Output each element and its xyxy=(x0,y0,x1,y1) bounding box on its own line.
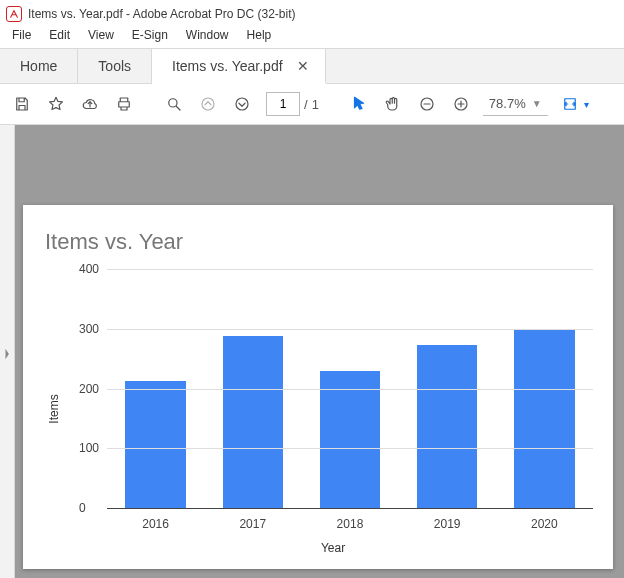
x-tick-label: 2019 xyxy=(434,517,461,531)
page-down-icon[interactable] xyxy=(226,88,258,120)
y-tick-label: 100 xyxy=(79,441,99,455)
y-tick-label: 400 xyxy=(79,262,99,276)
page-canvas[interactable]: Items vs. Year Items 0100200300400 20162… xyxy=(15,125,624,578)
menu-help[interactable]: Help xyxy=(239,26,280,44)
svg-point-2 xyxy=(236,98,248,110)
save-icon[interactable] xyxy=(6,88,38,120)
x-tick-label: 2018 xyxy=(337,517,364,531)
tab-document-label: Items vs. Year.pdf xyxy=(172,58,283,74)
bar xyxy=(223,336,283,508)
page-indicator: / 1 xyxy=(266,92,319,116)
hand-icon[interactable] xyxy=(377,88,409,120)
y-tick-label: 200 xyxy=(79,382,99,396)
bar xyxy=(320,371,380,508)
plot-area: 0100200300400 xyxy=(107,269,593,509)
svg-point-1 xyxy=(202,98,214,110)
cloud-upload-icon[interactable] xyxy=(74,88,106,120)
page-current-input[interactable] xyxy=(266,92,300,116)
gridline xyxy=(107,448,593,449)
page-sep: / xyxy=(304,97,308,112)
chart-title: Items vs. Year xyxy=(45,229,603,255)
bar xyxy=(514,329,574,508)
menu-view[interactable]: View xyxy=(80,26,122,44)
x-tick-label: 2020 xyxy=(531,517,558,531)
x-tick-label: 2016 xyxy=(142,517,169,531)
search-icon[interactable] xyxy=(158,88,190,120)
menu-file[interactable]: File xyxy=(4,26,39,44)
side-panel-toggle[interactable] xyxy=(0,125,15,578)
tab-tools-label: Tools xyxy=(98,58,131,74)
chart: Items 0100200300400 20162017201820192020… xyxy=(73,269,593,549)
bar xyxy=(125,381,185,508)
page-total: 1 xyxy=(312,97,319,112)
x-tick-labels: 20162017201820192020 xyxy=(107,517,593,531)
pointer-icon[interactable] xyxy=(343,88,375,120)
star-icon[interactable] xyxy=(40,88,72,120)
chevron-down-icon: ▼ xyxy=(532,98,542,109)
print-icon[interactable] xyxy=(108,88,140,120)
menu-window[interactable]: Window xyxy=(178,26,237,44)
svg-point-0 xyxy=(169,99,177,107)
zoom-dropdown[interactable]: 78.7% ▼ xyxy=(483,93,548,116)
y-tick-label: 0 xyxy=(79,501,86,515)
menu-bar: File Edit View E-Sign Window Help xyxy=(0,26,624,48)
menu-edit[interactable]: Edit xyxy=(41,26,78,44)
gridline xyxy=(107,269,593,270)
window-titlebar: Items vs. Year.pdf - Adobe Acrobat Pro D… xyxy=(0,0,624,26)
tab-home[interactable]: Home xyxy=(0,49,78,83)
menu-esign[interactable]: E-Sign xyxy=(124,26,176,44)
acrobat-app-icon xyxy=(6,6,22,22)
zoom-in-icon[interactable] xyxy=(445,88,477,120)
tab-tools[interactable]: Tools xyxy=(78,49,152,83)
tab-home-label: Home xyxy=(20,58,57,74)
x-axis-label: Year xyxy=(73,541,593,555)
gridline xyxy=(107,389,593,390)
zoom-value: 78.7% xyxy=(489,96,526,111)
tab-strip: Home Tools Items vs. Year.pdf ✕ xyxy=(0,48,624,84)
pdf-page: Items vs. Year Items 0100200300400 20162… xyxy=(23,205,613,569)
tab-document[interactable]: Items vs. Year.pdf ✕ xyxy=(152,49,326,84)
chevron-down-icon[interactable]: ▾ xyxy=(584,99,589,110)
tab-close-icon[interactable]: ✕ xyxy=(293,58,313,74)
x-tick-label: 2017 xyxy=(239,517,266,531)
toolbar: / 1 78.7% ▼ ▾ xyxy=(0,84,624,125)
y-axis-label: Items xyxy=(47,394,61,423)
window-title: Items vs. Year.pdf - Adobe Acrobat Pro D… xyxy=(28,7,295,21)
zoom-out-icon[interactable] xyxy=(411,88,443,120)
gridline xyxy=(107,329,593,330)
bar xyxy=(417,345,477,508)
document-area: Items vs. Year Items 0100200300400 20162… xyxy=(0,125,624,578)
fit-width-icon[interactable] xyxy=(554,88,586,120)
y-tick-label: 300 xyxy=(79,322,99,336)
page-up-icon[interactable] xyxy=(192,88,224,120)
